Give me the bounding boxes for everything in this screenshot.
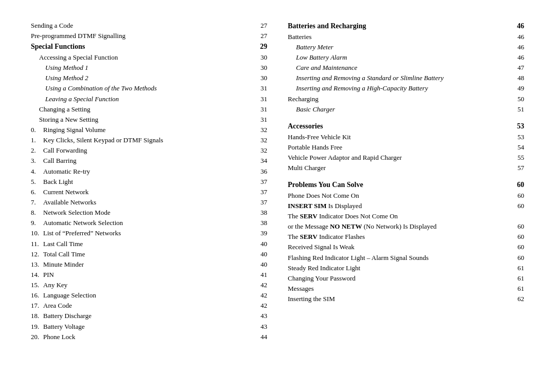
toc-entry: Messages61 bbox=[288, 284, 524, 294]
toc-page: 61 bbox=[510, 263, 524, 273]
toc-entry: Using Method 130 bbox=[31, 63, 267, 73]
toc-page: 48 bbox=[510, 73, 524, 83]
toc-entry: Using a Combination of the Two Methods31 bbox=[31, 83, 267, 94]
toc-label: Changing Your Password bbox=[288, 273, 510, 284]
toc-entry: The SERV Indicator Does Not Come Onor th… bbox=[288, 211, 524, 232]
section-header: Problems You Can Solve60 bbox=[288, 179, 524, 191]
toc-entry: Sending a Code27 bbox=[31, 21, 267, 31]
toc-page: 46 bbox=[510, 42, 524, 52]
toc-page: 50 bbox=[510, 94, 524, 104]
entry-label: Automatic Network Selection bbox=[43, 218, 253, 228]
entry-label: PIN bbox=[43, 270, 253, 280]
section-title: Batteries and Recharging bbox=[288, 21, 510, 32]
toc-label: Care and Maintenance bbox=[288, 63, 510, 73]
entry-page: 38 bbox=[253, 218, 267, 228]
left-numbered: 0.Ringing Signal Volume321.Key Clicks, S… bbox=[31, 125, 267, 342]
toc-entry: Steady Red Indicator Light61 bbox=[288, 263, 524, 273]
toc-label: Flashing Red Indicator Light – Alarm Sig… bbox=[288, 253, 510, 263]
entry-label: Ringing Signal Volume bbox=[43, 125, 253, 135]
numbered-entry: 17.Area Code42 bbox=[31, 301, 267, 311]
toc-entry: Multi Charger57 bbox=[288, 163, 524, 173]
entry-number: 5. bbox=[31, 177, 43, 187]
entry-label: Battery Voltage bbox=[43, 322, 253, 332]
toc-page: 49 bbox=[510, 83, 524, 94]
section-page: 60 bbox=[510, 179, 524, 191]
entry-page: 41 bbox=[253, 270, 267, 280]
toc-label: Low Battery Alarm bbox=[288, 52, 510, 63]
toc-label: Inserting and Removing a High-Capacity B… bbox=[288, 83, 510, 94]
numbered-entry: 5.Back Light37 bbox=[31, 177, 267, 187]
toc-label: Using Method 1 bbox=[31, 63, 253, 73]
entry-number: 6. bbox=[31, 187, 43, 197]
toc-entry: Battery Meter46 bbox=[288, 42, 524, 52]
entry-number: 15. bbox=[31, 280, 43, 290]
entry-label: Language Selection bbox=[43, 290, 253, 301]
entry-number: 12. bbox=[31, 249, 43, 259]
toc-entry: Inserting and Removing a High-Capacity B… bbox=[288, 83, 524, 94]
entry-page: 40 bbox=[253, 239, 267, 249]
toc-entry: Low Battery Alarm46 bbox=[288, 52, 524, 63]
entry-label: Last Call Time bbox=[43, 239, 253, 249]
numbered-entry: 14.PIN41 bbox=[31, 270, 267, 280]
entry-page: 37 bbox=[253, 187, 267, 197]
toc-entry: Received Signal Is Weak60 bbox=[288, 242, 524, 252]
toc-entry: Batteries46 bbox=[288, 32, 524, 42]
numbered-entry: 7.Available Networks37 bbox=[31, 197, 267, 208]
toc-page: 60 bbox=[510, 253, 524, 263]
entry-number: 17. bbox=[31, 301, 43, 311]
entry-page: 43 bbox=[253, 322, 267, 332]
toc-entry: Leaving a Special Function31 bbox=[31, 94, 267, 104]
toc-entry: Inserting and Removing a Standard or Sli… bbox=[288, 73, 524, 83]
toc-page: 47 bbox=[510, 63, 524, 73]
toc-page: 60 bbox=[510, 191, 524, 201]
toc-label: The SERV Indicator Flashes bbox=[288, 232, 510, 242]
toc-page: 51 bbox=[510, 104, 524, 115]
entry-label: Current Network bbox=[43, 187, 253, 197]
entry-label: Phone Lock bbox=[43, 332, 253, 342]
entry-label: Battery Discharge bbox=[43, 311, 253, 321]
toc-entry: Storing a New Setting31 bbox=[31, 115, 267, 125]
numbered-entry: 4.Automatic Re-try36 bbox=[31, 166, 267, 177]
entry-page: 43 bbox=[253, 311, 267, 321]
entry-page: 42 bbox=[253, 301, 267, 311]
entry-label: Network Selection Mode bbox=[43, 208, 253, 218]
entry-label: Call Barring bbox=[43, 156, 253, 166]
entry-number: 4. bbox=[31, 166, 43, 177]
entry-number: 14. bbox=[31, 270, 43, 280]
toc-label: Hands-Free Vehicle Kit bbox=[288, 132, 510, 142]
toc-page: 61 bbox=[510, 273, 524, 284]
right-column: Batteries and Recharging46Batteries46Bat… bbox=[288, 21, 524, 342]
toc-label: Battery Meter bbox=[288, 42, 510, 52]
toc-label: Multi Charger bbox=[288, 163, 510, 173]
toc-page: 31 bbox=[253, 104, 267, 115]
toc-entry: Portable Hands Free54 bbox=[288, 142, 524, 153]
entry-number: 18. bbox=[31, 311, 43, 321]
numbered-entry: 3.Call Barring34 bbox=[31, 156, 267, 166]
section-title: Accessories bbox=[288, 121, 510, 132]
entry-label: Key Clicks, Silent Keypad or DTMF Signal… bbox=[43, 135, 253, 145]
toc-entry: Changing a Setting31 bbox=[31, 104, 267, 115]
numbered-entry: 18.Battery Discharge43 bbox=[31, 311, 267, 321]
toc-page: 31 bbox=[253, 94, 267, 104]
toc-entry: Care and Maintenance47 bbox=[288, 63, 524, 73]
entry-page: 42 bbox=[253, 280, 267, 290]
toc-entry: Vehicle Power Adaptor and Rapid Charger5… bbox=[288, 153, 524, 163]
left-entries: Sending a Code27Pre-programmed DTMF Sign… bbox=[31, 21, 267, 125]
entry-number: 10. bbox=[31, 228, 43, 238]
entry-number: 8. bbox=[31, 208, 43, 218]
entry-number: 3. bbox=[31, 156, 43, 166]
toc-label: Using a Combination of the Two Methods bbox=[31, 83, 253, 94]
toc-label: Sending a Code bbox=[31, 21, 253, 31]
toc-label: Steady Red Indicator Light bbox=[288, 263, 510, 273]
section-page: 53 bbox=[510, 121, 524, 132]
toc-page: 31 bbox=[253, 83, 267, 94]
toc-label: Changing a Setting bbox=[31, 104, 253, 115]
section-title: Problems You Can Solve bbox=[288, 179, 510, 191]
entry-page: 32 bbox=[253, 125, 267, 135]
toc-entry: Accessing a Special Function30 bbox=[31, 52, 267, 63]
toc-label: Inserting and Removing a Standard or Sli… bbox=[288, 73, 510, 83]
entry-number: 16. bbox=[31, 290, 43, 301]
entry-number: 9. bbox=[31, 218, 43, 228]
toc-entry: Changing Your Password61 bbox=[288, 273, 524, 284]
entry-page: 37 bbox=[253, 177, 267, 187]
